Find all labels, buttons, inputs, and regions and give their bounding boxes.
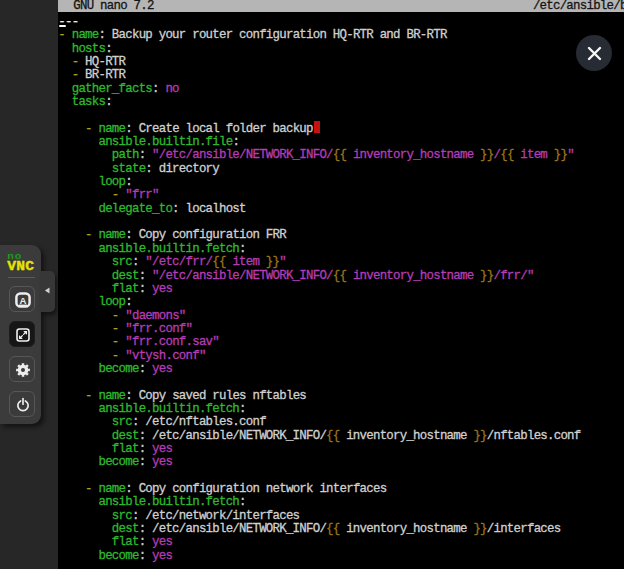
svg-text:A: A: [19, 295, 26, 306]
